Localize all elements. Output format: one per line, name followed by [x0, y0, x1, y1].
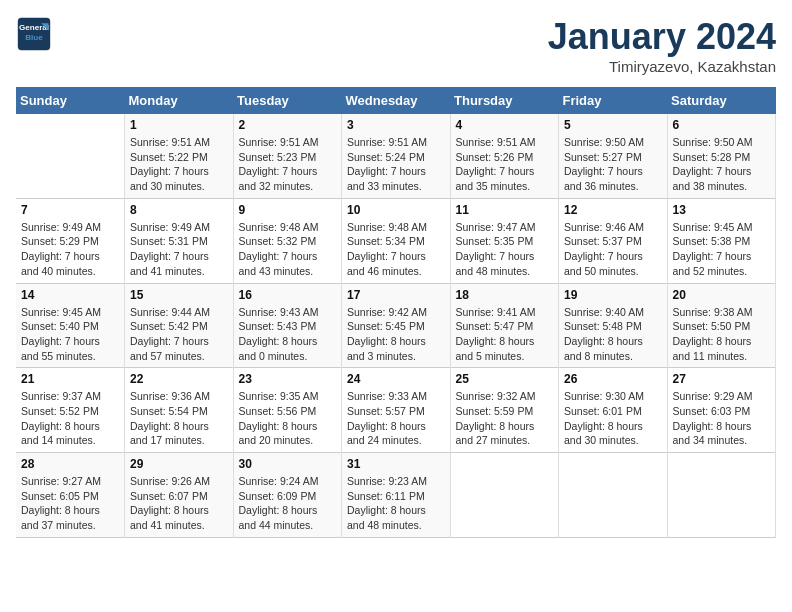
day-cell: 4Sunrise: 9:51 AMSunset: 5:26 PMDaylight… — [450, 114, 559, 198]
day-cell: 29Sunrise: 9:26 AMSunset: 6:07 PMDayligh… — [125, 453, 234, 538]
day-info: Sunrise: 9:51 AMSunset: 5:23 PMDaylight:… — [239, 135, 337, 194]
day-info: Sunrise: 9:47 AMSunset: 5:35 PMDaylight:… — [456, 220, 554, 279]
day-cell: 31Sunrise: 9:23 AMSunset: 6:11 PMDayligh… — [342, 453, 451, 538]
weekday-header-thursday: Thursday — [450, 87, 559, 114]
day-info: Sunrise: 9:40 AMSunset: 5:48 PMDaylight:… — [564, 305, 662, 364]
day-cell: 8Sunrise: 9:49 AMSunset: 5:31 PMDaylight… — [125, 198, 234, 283]
day-info: Sunrise: 9:46 AMSunset: 5:37 PMDaylight:… — [564, 220, 662, 279]
title-block: January 2024 Timiryazevo, Kazakhstan — [548, 16, 776, 75]
day-number: 13 — [673, 203, 771, 217]
day-cell: 3Sunrise: 9:51 AMSunset: 5:24 PMDaylight… — [342, 114, 451, 198]
day-cell: 9Sunrise: 9:48 AMSunset: 5:32 PMDaylight… — [233, 198, 342, 283]
day-number: 9 — [239, 203, 337, 217]
day-cell: 26Sunrise: 9:30 AMSunset: 6:01 PMDayligh… — [559, 368, 668, 453]
day-info: Sunrise: 9:24 AMSunset: 6:09 PMDaylight:… — [239, 474, 337, 533]
svg-text:Blue: Blue — [25, 33, 43, 42]
day-number: 21 — [21, 372, 119, 386]
day-info: Sunrise: 9:27 AMSunset: 6:05 PMDaylight:… — [21, 474, 119, 533]
week-row-5: 28Sunrise: 9:27 AMSunset: 6:05 PMDayligh… — [16, 453, 776, 538]
day-number: 27 — [673, 372, 771, 386]
day-number: 15 — [130, 288, 228, 302]
weekday-header-saturday: Saturday — [667, 87, 776, 114]
day-info: Sunrise: 9:50 AMSunset: 5:28 PMDaylight:… — [673, 135, 771, 194]
day-info: Sunrise: 9:33 AMSunset: 5:57 PMDaylight:… — [347, 389, 445, 448]
day-number: 8 — [130, 203, 228, 217]
day-cell — [16, 114, 125, 198]
week-row-2: 7Sunrise: 9:49 AMSunset: 5:29 PMDaylight… — [16, 198, 776, 283]
day-number: 25 — [456, 372, 554, 386]
day-cell: 18Sunrise: 9:41 AMSunset: 5:47 PMDayligh… — [450, 283, 559, 368]
day-cell: 16Sunrise: 9:43 AMSunset: 5:43 PMDayligh… — [233, 283, 342, 368]
day-number: 19 — [564, 288, 662, 302]
day-cell: 10Sunrise: 9:48 AMSunset: 5:34 PMDayligh… — [342, 198, 451, 283]
day-info: Sunrise: 9:32 AMSunset: 5:59 PMDaylight:… — [456, 389, 554, 448]
day-number: 12 — [564, 203, 662, 217]
day-number: 31 — [347, 457, 445, 471]
weekday-header-row: SundayMondayTuesdayWednesdayThursdayFrid… — [16, 87, 776, 114]
calendar-title: January 2024 — [548, 16, 776, 58]
day-info: Sunrise: 9:30 AMSunset: 6:01 PMDaylight:… — [564, 389, 662, 448]
day-number: 3 — [347, 118, 445, 132]
day-cell: 27Sunrise: 9:29 AMSunset: 6:03 PMDayligh… — [667, 368, 776, 453]
day-number: 2 — [239, 118, 337, 132]
day-cell: 11Sunrise: 9:47 AMSunset: 5:35 PMDayligh… — [450, 198, 559, 283]
day-cell: 13Sunrise: 9:45 AMSunset: 5:38 PMDayligh… — [667, 198, 776, 283]
week-row-3: 14Sunrise: 9:45 AMSunset: 5:40 PMDayligh… — [16, 283, 776, 368]
weekday-header-monday: Monday — [125, 87, 234, 114]
day-number: 11 — [456, 203, 554, 217]
day-info: Sunrise: 9:42 AMSunset: 5:45 PMDaylight:… — [347, 305, 445, 364]
day-info: Sunrise: 9:29 AMSunset: 6:03 PMDaylight:… — [673, 389, 771, 448]
day-number: 24 — [347, 372, 445, 386]
day-number: 30 — [239, 457, 337, 471]
day-number: 16 — [239, 288, 337, 302]
day-cell: 6Sunrise: 9:50 AMSunset: 5:28 PMDaylight… — [667, 114, 776, 198]
day-info: Sunrise: 9:51 AMSunset: 5:26 PMDaylight:… — [456, 135, 554, 194]
day-cell: 15Sunrise: 9:44 AMSunset: 5:42 PMDayligh… — [125, 283, 234, 368]
day-info: Sunrise: 9:51 AMSunset: 5:24 PMDaylight:… — [347, 135, 445, 194]
day-info: Sunrise: 9:48 AMSunset: 5:32 PMDaylight:… — [239, 220, 337, 279]
day-number: 17 — [347, 288, 445, 302]
day-number: 18 — [456, 288, 554, 302]
day-cell: 25Sunrise: 9:32 AMSunset: 5:59 PMDayligh… — [450, 368, 559, 453]
day-info: Sunrise: 9:49 AMSunset: 5:31 PMDaylight:… — [130, 220, 228, 279]
logo-icon: General Blue — [16, 16, 52, 52]
day-info: Sunrise: 9:23 AMSunset: 6:11 PMDaylight:… — [347, 474, 445, 533]
weekday-header-friday: Friday — [559, 87, 668, 114]
day-cell: 30Sunrise: 9:24 AMSunset: 6:09 PMDayligh… — [233, 453, 342, 538]
day-number: 6 — [673, 118, 771, 132]
day-info: Sunrise: 9:50 AMSunset: 5:27 PMDaylight:… — [564, 135, 662, 194]
day-info: Sunrise: 9:36 AMSunset: 5:54 PMDaylight:… — [130, 389, 228, 448]
day-info: Sunrise: 9:48 AMSunset: 5:34 PMDaylight:… — [347, 220, 445, 279]
day-cell: 14Sunrise: 9:45 AMSunset: 5:40 PMDayligh… — [16, 283, 125, 368]
day-info: Sunrise: 9:37 AMSunset: 5:52 PMDaylight:… — [21, 389, 119, 448]
day-number: 4 — [456, 118, 554, 132]
day-info: Sunrise: 9:51 AMSunset: 5:22 PMDaylight:… — [130, 135, 228, 194]
weekday-header-sunday: Sunday — [16, 87, 125, 114]
day-cell: 2Sunrise: 9:51 AMSunset: 5:23 PMDaylight… — [233, 114, 342, 198]
day-number: 23 — [239, 372, 337, 386]
week-row-4: 21Sunrise: 9:37 AMSunset: 5:52 PMDayligh… — [16, 368, 776, 453]
weekday-header-tuesday: Tuesday — [233, 87, 342, 114]
day-number: 20 — [673, 288, 771, 302]
day-cell: 5Sunrise: 9:50 AMSunset: 5:27 PMDaylight… — [559, 114, 668, 198]
weekday-header-wednesday: Wednesday — [342, 87, 451, 114]
day-cell — [559, 453, 668, 538]
calendar-table: SundayMondayTuesdayWednesdayThursdayFrid… — [16, 87, 776, 538]
day-info: Sunrise: 9:45 AMSunset: 5:38 PMDaylight:… — [673, 220, 771, 279]
day-cell: 22Sunrise: 9:36 AMSunset: 5:54 PMDayligh… — [125, 368, 234, 453]
day-info: Sunrise: 9:35 AMSunset: 5:56 PMDaylight:… — [239, 389, 337, 448]
week-row-1: 1Sunrise: 9:51 AMSunset: 5:22 PMDaylight… — [16, 114, 776, 198]
calendar-subtitle: Timiryazevo, Kazakhstan — [548, 58, 776, 75]
day-cell: 28Sunrise: 9:27 AMSunset: 6:05 PMDayligh… — [16, 453, 125, 538]
day-info: Sunrise: 9:44 AMSunset: 5:42 PMDaylight:… — [130, 305, 228, 364]
day-number: 29 — [130, 457, 228, 471]
day-number: 28 — [21, 457, 119, 471]
day-cell: 17Sunrise: 9:42 AMSunset: 5:45 PMDayligh… — [342, 283, 451, 368]
day-info: Sunrise: 9:26 AMSunset: 6:07 PMDaylight:… — [130, 474, 228, 533]
day-info: Sunrise: 9:43 AMSunset: 5:43 PMDaylight:… — [239, 305, 337, 364]
page-header: General Blue January 2024 Timiryazevo, K… — [16, 16, 776, 75]
day-cell: 12Sunrise: 9:46 AMSunset: 5:37 PMDayligh… — [559, 198, 668, 283]
day-cell — [450, 453, 559, 538]
day-cell — [667, 453, 776, 538]
day-number: 1 — [130, 118, 228, 132]
